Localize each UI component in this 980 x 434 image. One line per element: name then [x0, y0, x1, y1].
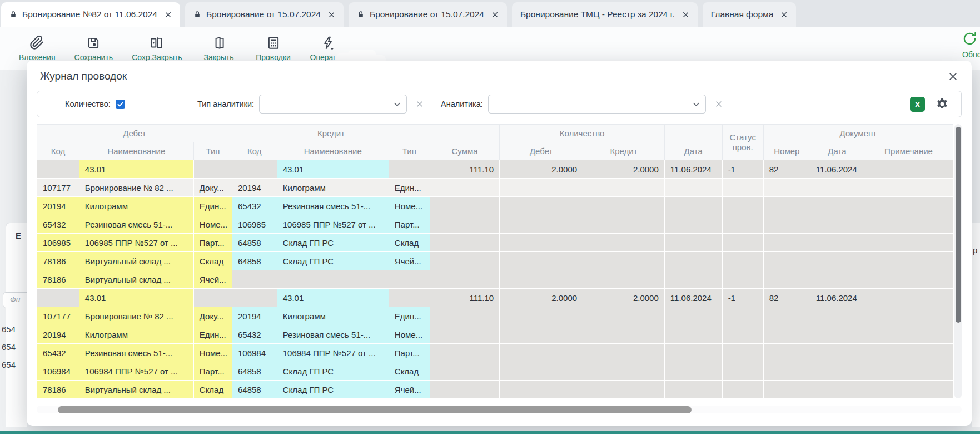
cell	[500, 252, 583, 270]
analytics-select[interactable]	[488, 95, 706, 114]
tab-3[interactable]: Бронирование от 15.07.2024	[349, 2, 507, 27]
quantity-checkbox[interactable]	[116, 100, 125, 109]
cell: -1	[722, 289, 763, 307]
modal-close-button[interactable]	[948, 71, 958, 82]
cell	[763, 270, 810, 289]
cell: 111.10	[430, 289, 499, 307]
cell: Склад	[389, 234, 430, 252]
bottom-accent-bar	[0, 431, 980, 434]
cell: 20194	[37, 326, 79, 344]
tab-5[interactable]: Главная форма	[703, 2, 797, 27]
clear-analytics-button[interactable]	[714, 100, 723, 108]
cell	[810, 197, 864, 215]
modal-header: Журнал проводок	[27, 61, 972, 90]
cell	[193, 160, 232, 179]
transaction-row[interactable]: 78186Виртуальный склад ...Склад64858Скла…	[37, 252, 953, 270]
cell: 78186	[37, 252, 79, 270]
analytics-label: Аналитика:	[441, 100, 483, 108]
cell: 78186	[37, 381, 79, 399]
cell: 106984 ППР №527 от ...	[277, 344, 389, 362]
transaction-row[interactable]: 78186Виртуальный склад ...Склад64858Скла…	[37, 381, 953, 399]
cell	[864, 252, 953, 270]
tab-1[interactable]: Бронирование №82 от 11.06.2024	[1, 2, 180, 27]
cell: 65432	[232, 197, 277, 215]
toolbar-button-calculator[interactable]: Проводки	[256, 35, 291, 62]
cell	[430, 381, 499, 399]
tab-close-icon[interactable]	[491, 11, 499, 18]
cell	[500, 326, 583, 344]
cell	[864, 215, 953, 234]
transaction-row[interactable]: 107177Бронирование № 82 ...Доку...20194К…	[37, 307, 953, 326]
cell: Парт...	[389, 215, 430, 234]
cell	[763, 362, 810, 381]
cell	[232, 289, 277, 307]
cell	[722, 344, 763, 362]
col-header-qty-debit: Дебет	[500, 142, 583, 160]
cell: 107177	[37, 179, 79, 197]
tab-close-icon[interactable]	[165, 11, 172, 18]
cell: Килограмм	[79, 197, 193, 215]
tab-2[interactable]: Бронирование от 15.07.2024	[185, 2, 344, 27]
clear-analytics-type-button[interactable]	[415, 100, 424, 108]
refresh-button[interactable]: Обновить	[962, 31, 980, 59]
transaction-row[interactable]: 78186Виртуальный склад ...Ячей...	[37, 270, 953, 289]
cell	[664, 344, 722, 362]
cell: 106985	[37, 234, 79, 252]
vertical-scrollbar-thumb[interactable]	[956, 127, 961, 323]
cell	[810, 252, 864, 270]
cell: 106985 ППР №527 от ...	[79, 234, 193, 252]
cell	[763, 252, 810, 270]
transaction-row[interactable]: 65432Резиновая смесь 51-...Номе...106984…	[37, 344, 953, 362]
cell	[664, 307, 722, 326]
tab-close-icon[interactable]	[682, 11, 689, 18]
col-header-date: Дата	[664, 142, 722, 160]
cell	[430, 234, 499, 252]
cell: Един...	[389, 307, 430, 326]
cell: 65432	[37, 344, 79, 362]
transaction-row[interactable]: 65432Резиновая смесь 51-...Номе...106985…	[37, 215, 953, 234]
cell	[500, 307, 583, 326]
analytics-code-segment[interactable]	[489, 95, 534, 113]
cell	[430, 307, 499, 326]
excel-export-button[interactable]: X	[910, 97, 925, 112]
toolbar-button-save-close[interactable]: Сохр.Закрыть	[132, 35, 182, 62]
cell: Виртуальный склад ...	[79, 270, 193, 289]
account-group-row[interactable]: 43.0143.01111.102.00002.000011.06.2024-1…	[37, 289, 953, 307]
transaction-row[interactable]: 20194КилограммЕдин...65432Резиновая смес…	[37, 326, 953, 344]
cell: 11.06.2024	[810, 289, 864, 307]
tab-close-icon[interactable]	[780, 11, 788, 18]
cell: 43.01	[79, 160, 193, 179]
cell	[583, 344, 665, 362]
cell	[500, 270, 583, 289]
toolbar-button-door[interactable]: Закрыть	[201, 35, 237, 62]
table-header: Дебет Кредит Количество Статус пров. Док…	[37, 125, 953, 160]
gear-icon[interactable]	[936, 97, 949, 111]
analytics-type-select[interactable]	[259, 95, 407, 114]
transaction-row[interactable]: 106985106985 ППР №527 от ...Парт...64858…	[37, 234, 953, 252]
cell: Един...	[389, 179, 430, 197]
lock-icon	[357, 11, 365, 18]
cell: Склад ГП РС	[277, 252, 389, 270]
transaction-row[interactable]: 107177Бронирование № 82 ...Доку...20194К…	[37, 179, 953, 197]
horizontal-scrollbar[interactable]	[37, 406, 962, 413]
transaction-row[interactable]: 106984106984 ППР №527 от ...Парт...64858…	[37, 362, 953, 381]
transaction-row[interactable]: 20194КилограммЕдин...65432Резиновая смес…	[37, 197, 953, 215]
group-header-credit: Кредит	[232, 125, 430, 142]
cell	[583, 234, 665, 252]
cell: Доку...	[193, 179, 232, 197]
col-header-credit-name: Наименование	[277, 142, 389, 160]
cell: Ячей...	[389, 252, 430, 270]
toolbar-button-paperclip[interactable]: Вложения	[19, 35, 56, 62]
horizontal-scrollbar-thumb[interactable]	[58, 406, 692, 413]
cell: Склад ГП РС	[277, 362, 389, 381]
cell: Резиновая смесь 51-...	[79, 215, 193, 234]
cell	[810, 326, 864, 344]
cell	[763, 344, 810, 362]
tab-4[interactable]: Бронирование ТМЦ - Реестр за 2024 г.	[512, 2, 698, 27]
tab-label: Бронирование от 15.07.2024	[370, 9, 484, 19]
cell: Парт...	[193, 234, 232, 252]
tab-close-icon[interactable]	[328, 11, 335, 18]
toolbar-button-save[interactable]: Сохранить	[74, 35, 113, 62]
account-group-row[interactable]: 43.0143.01111.102.00002.000011.06.2024-1…	[37, 160, 953, 179]
vertical-scrollbar[interactable]	[954, 124, 962, 398]
